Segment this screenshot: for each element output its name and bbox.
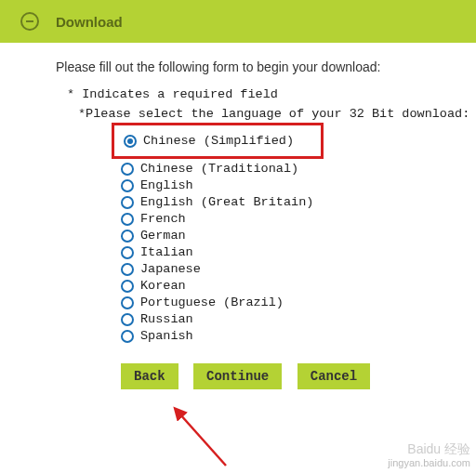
button-row: Back Continue Cancel [56, 363, 476, 389]
language-option[interactable]: French [121, 212, 476, 226]
radio-icon[interactable] [121, 246, 134, 259]
language-label: English (Great Britain) [140, 195, 313, 209]
language-option[interactable]: Korean [121, 279, 476, 293]
language-label: Chinese (Traditional) [140, 162, 298, 176]
language-option[interactable]: German [121, 229, 476, 243]
form-content: Please fill out the following form to be… [0, 43, 476, 389]
radio-icon[interactable] [121, 196, 134, 209]
watermark-url: jingyan.baidu.com [388, 457, 470, 469]
required-note: * Indicates a required field [56, 87, 476, 101]
intro-text: Please fill out the following form to be… [56, 59, 476, 74]
language-label: Korean [140, 279, 186, 293]
radio-icon[interactable] [121, 230, 134, 243]
language-label: Russian [140, 312, 193, 326]
radio-icon[interactable] [121, 213, 134, 226]
language-label: Spanish [140, 329, 193, 343]
language-option[interactable]: Chinese (Simplified) [124, 134, 311, 148]
language-label: French [140, 212, 186, 226]
language-label: Italian [140, 245, 193, 259]
language-option[interactable]: Spanish [121, 329, 476, 343]
radio-icon[interactable] [124, 135, 137, 148]
radio-icon[interactable] [121, 313, 134, 326]
continue-button[interactable]: Continue [193, 363, 282, 389]
language-option[interactable]: English (Great Britain) [121, 195, 476, 209]
radio-icon[interactable] [121, 263, 134, 276]
header-title: Download [56, 14, 123, 30]
language-option[interactable]: Russian [121, 312, 476, 326]
language-label: German [140, 229, 186, 243]
select-prompt: *Please select the language of your 32 B… [56, 107, 476, 121]
language-option[interactable]: Italian [121, 245, 476, 259]
watermark-brand: Baidu 经验 [388, 441, 470, 457]
highlight-box: Chinese (Simplified) [112, 123, 324, 159]
language-label: English [140, 178, 193, 192]
radio-icon[interactable] [121, 330, 134, 343]
svg-line-1 [179, 414, 226, 466]
radio-icon[interactable] [121, 280, 134, 293]
language-label: Chinese (Simplified) [143, 134, 294, 148]
language-label: Japanese [140, 262, 201, 276]
language-option[interactable]: Portuguese (Brazil) [121, 296, 476, 309]
annotation-arrow [153, 406, 237, 473]
cancel-button[interactable]: Cancel [298, 363, 370, 389]
language-option[interactable]: Japanese [121, 262, 476, 276]
radio-icon[interactable] [121, 296, 134, 309]
language-label: Portuguese (Brazil) [140, 296, 284, 309]
radio-icon[interactable] [121, 163, 134, 176]
collapse-icon[interactable] [20, 12, 39, 31]
language-option[interactable]: Chinese (Traditional) [121, 162, 476, 176]
radio-icon[interactable] [121, 179, 134, 192]
back-button[interactable]: Back [121, 363, 178, 389]
watermark: Baidu 经验 jingyan.baidu.com [388, 441, 470, 469]
language-option[interactable]: English [121, 178, 476, 192]
download-header[interactable]: Download [0, 0, 476, 43]
